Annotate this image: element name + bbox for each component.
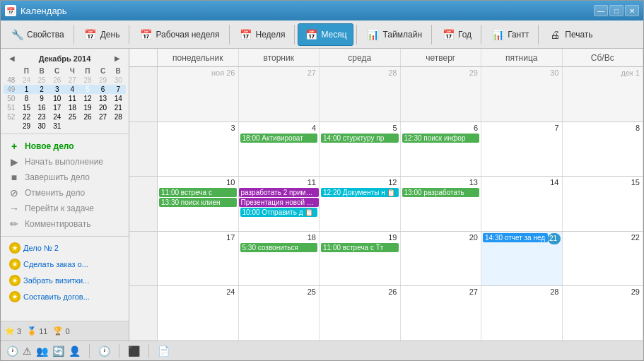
- work-week-button[interactable]: 📅 Рабочая неделя: [132, 23, 226, 46]
- task-item[interactable]: ★Дело № 2: [4, 240, 126, 256]
- start-task-button[interactable]: ▶ Начать выполнение: [4, 154, 126, 170]
- calendar-event[interactable]: 13:00 разработать: [402, 188, 480, 197]
- calendar-event[interactable]: 11:00 встреча с Тт: [321, 243, 399, 252]
- calendar-event[interactable]: 12:30 поиск инфор: [402, 134, 480, 143]
- calendar-event[interactable]: 18:00 Активироват: [240, 134, 318, 143]
- calendar-event[interactable]: 13:30 поиск клиен: [159, 198, 237, 207]
- mini-cal-day[interactable]: 6: [95, 85, 111, 94]
- cal-day-cell[interactable]: 2114:30 отчет за нед: [481, 232, 563, 286]
- mini-cal-day[interactable]: 9: [34, 94, 49, 103]
- mini-cal-day[interactable]: 18: [65, 103, 81, 112]
- mini-cal-day[interactable]: 3: [49, 85, 65, 94]
- mini-cal-day[interactable]: 2: [34, 85, 49, 94]
- cal-day-cell[interactable]: 7: [481, 122, 563, 177]
- mini-cal-day[interactable]: 14: [110, 94, 126, 103]
- cal-day-cell[interactable]: 20: [401, 232, 482, 286]
- mini-cal-day[interactable]: 22: [19, 112, 35, 122]
- cal-day-cell[interactable]: 24: [158, 286, 239, 341]
- month-button[interactable]: 📅 Месяц: [298, 23, 353, 46]
- mini-cal-day[interactable]: 21: [110, 103, 126, 112]
- finish-task-button[interactable]: ■ Завершить дело: [4, 170, 126, 185]
- mini-cal-day[interactable]: 17: [49, 103, 65, 112]
- cal-day-cell[interactable]: 29: [563, 286, 644, 341]
- cal-day-cell[interactable]: дек 1: [563, 67, 644, 122]
- mini-cal-day[interactable]: 25: [34, 76, 49, 85]
- mini-cal-day[interactable]: 1: [19, 85, 35, 94]
- mini-cal-day[interactable]: [95, 122, 111, 131]
- mini-cal-day[interactable]: 29: [19, 122, 35, 131]
- day-button[interactable]: 📅 День: [77, 23, 127, 46]
- cal-day-cell[interactable]: 3: [158, 122, 239, 177]
- calendar-event[interactable]: 14:30 отчет за нед: [483, 233, 548, 242]
- mini-cal-day[interactable]: 16: [34, 103, 49, 112]
- properties-button[interactable]: 🔧 Свойства: [4, 23, 71, 46]
- cal-day-cell[interactable]: 8: [563, 122, 644, 177]
- cal-day-cell[interactable]: 1212:20 Документы н 📋: [320, 177, 401, 231]
- cal-day-cell[interactable]: 22: [563, 232, 644, 286]
- minimize-button[interactable]: —: [594, 5, 608, 16]
- mini-cal-day[interactable]: 12: [80, 94, 95, 103]
- mini-cal-day[interactable]: 24: [19, 76, 35, 85]
- cal-day-cell[interactable]: 1911:00 встреча с Тт: [320, 232, 401, 286]
- mini-cal-day[interactable]: 7: [110, 85, 126, 94]
- cal-day-cell[interactable]: 15: [563, 177, 644, 231]
- time-icon2[interactable]: 🕐: [98, 345, 110, 357]
- mini-cal-day[interactable]: 19: [80, 103, 95, 112]
- user-icon[interactable]: 👤: [69, 345, 81, 357]
- cal-day-cell[interactable]: 27: [401, 286, 482, 341]
- comment-button[interactable]: ✏ Комментировать: [4, 216, 126, 232]
- calendar-event[interactable]: 10:00 Отправить д 📋: [240, 208, 318, 217]
- cal-day-cell[interactable]: 17: [158, 232, 239, 286]
- grid-icon[interactable]: ⬛: [128, 345, 140, 357]
- cal-day-cell[interactable]: ноя 26: [158, 67, 239, 122]
- mini-cal-day[interactable]: 30: [34, 122, 49, 131]
- goto-task-button[interactable]: → Перейти к задаче: [4, 201, 126, 216]
- mini-cal-day[interactable]: 30: [110, 76, 126, 85]
- mini-cal-day[interactable]: 20: [95, 103, 111, 112]
- print-button[interactable]: 🖨 Печать: [541, 23, 599, 46]
- year-button[interactable]: 📅 Год: [435, 23, 478, 46]
- cal-day-cell[interactable]: 1011:00 встреча с13:30 поиск клиен: [158, 177, 239, 231]
- mini-cal-day[interactable]: 28: [110, 112, 126, 122]
- mini-cal-day[interactable]: [65, 122, 81, 131]
- mini-cal-day[interactable]: 29: [95, 76, 111, 85]
- cal-day-cell[interactable]: 28: [481, 286, 563, 341]
- cal-day-cell[interactable]: 612:30 поиск инфор: [401, 122, 482, 177]
- warning-icon[interactable]: ⚠: [23, 345, 32, 357]
- cal-day-cell[interactable]: 29: [401, 67, 482, 122]
- mini-cal-day[interactable]: 25: [65, 112, 81, 122]
- doc-icon[interactable]: 📄: [158, 345, 170, 357]
- calendar-event[interactable]: 11:00 встреча с: [159, 188, 237, 197]
- cal-day-cell[interactable]: 1313:00 разработать: [401, 177, 482, 231]
- mini-cal-day[interactable]: 8: [19, 94, 35, 103]
- mini-cal-day[interactable]: 23: [34, 112, 49, 122]
- calendar-event[interactable]: 12:20 Документы н 📋: [321, 188, 399, 197]
- mini-cal-day[interactable]: 10: [49, 94, 65, 103]
- task-item[interactable]: ★Забрать визитки...: [4, 273, 126, 288]
- cal-day-cell[interactable]: 418:00 Активироват: [239, 122, 320, 177]
- cal-day-cell[interactable]: 11разработать 2 примера дизайнаПрезентац…: [239, 177, 320, 231]
- task-item[interactable]: ★Составить догов...: [4, 289, 126, 304]
- mini-cal-day[interactable]: 26: [49, 76, 65, 85]
- cal-day-cell[interactable]: 514:00 стурктуру пр: [320, 122, 401, 177]
- cal-day-cell[interactable]: 14: [481, 177, 563, 231]
- week-button[interactable]: 📅 Неделя: [233, 23, 292, 46]
- mini-cal-day[interactable]: 27: [65, 76, 81, 85]
- cal-day-cell[interactable]: 28: [320, 67, 401, 122]
- mini-cal-day[interactable]: 26: [80, 112, 95, 122]
- cancel-task-button[interactable]: ⊘ Отменить дело: [4, 185, 126, 201]
- mini-cal-day[interactable]: 4: [65, 85, 81, 94]
- mini-cal-day[interactable]: 11: [65, 94, 81, 103]
- cal-day-cell[interactable]: 25: [239, 286, 320, 341]
- new-task-button[interactable]: + Новое дело: [4, 138, 126, 154]
- maximize-button[interactable]: □: [609, 5, 623, 16]
- cal-day-cell[interactable]: 30: [481, 67, 563, 122]
- calendar-event[interactable]: 14:00 стурктуру пр: [321, 134, 399, 143]
- mini-cal-day[interactable]: 24: [49, 112, 65, 122]
- refresh-icon[interactable]: 🔄: [52, 345, 64, 357]
- mini-cal-day[interactable]: 27: [95, 112, 111, 122]
- clock-icon[interactable]: 🕐: [6, 345, 18, 357]
- mini-cal-day[interactable]: [110, 122, 126, 131]
- mini-cal-day[interactable]: 31: [49, 122, 65, 131]
- calendar-event[interactable]: 5:30 созвониться: [240, 243, 318, 252]
